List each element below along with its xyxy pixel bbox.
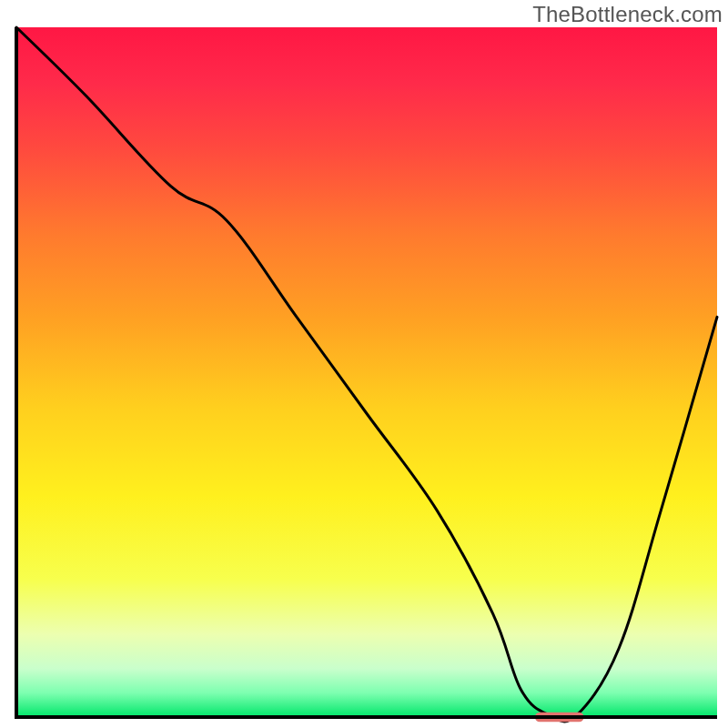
chart-frame: TheBottleneck.com: [0, 0, 728, 728]
gradient-background: [16, 27, 717, 717]
bottleneck-chart: [0, 0, 728, 728]
watermark-text: TheBottleneck.com: [532, 2, 723, 27]
